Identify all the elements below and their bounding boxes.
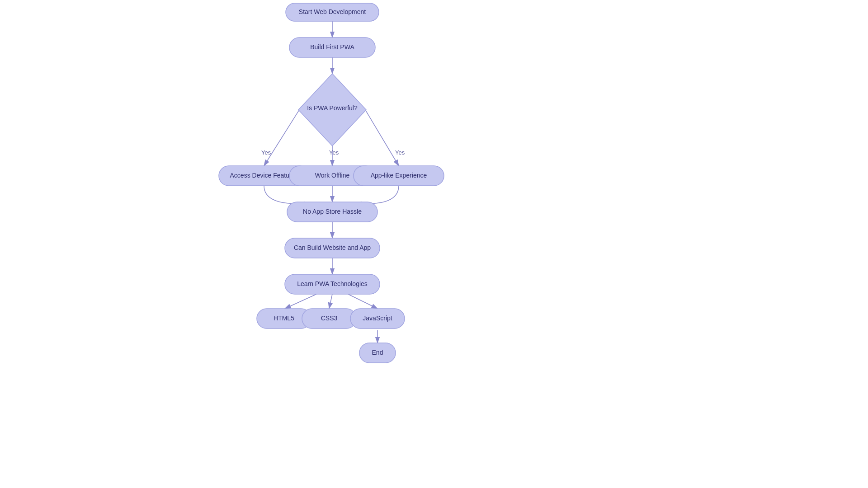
svg-line-9 [285, 294, 316, 309]
html5-label: HTML5 [274, 314, 294, 322]
can-build-label: Can Build Website and App [294, 244, 371, 251]
build-pwa-label: Build First PWA [310, 43, 354, 51]
yes-label-1: Yes [261, 149, 271, 156]
javascript-label: JavaScript [363, 314, 392, 322]
svg-line-11 [348, 294, 377, 309]
no-app-store-label: No App Store Hassle [303, 208, 362, 215]
yes-label-3: Yes [395, 149, 405, 156]
app-like-label: App-like Experience [371, 172, 427, 179]
yes-label-2: Yes [329, 149, 339, 156]
end-label: End [372, 349, 383, 356]
learn-pwa-label: Learn PWA Technologies [297, 280, 368, 287]
css3-label: CSS3 [321, 314, 338, 322]
access-device-label: Access Device Features [230, 172, 298, 179]
svg-line-3 [264, 110, 299, 166]
flowchart-container: Start Web Development Build First PWA Is… [0, 0, 868, 488]
svg-line-5 [365, 110, 399, 166]
work-offline-label: Work Offline [315, 172, 350, 179]
start-label: Start Web Development [299, 8, 366, 15]
decision-label: Is PWA Powerful? [307, 104, 358, 112]
svg-line-10 [329, 294, 332, 309]
